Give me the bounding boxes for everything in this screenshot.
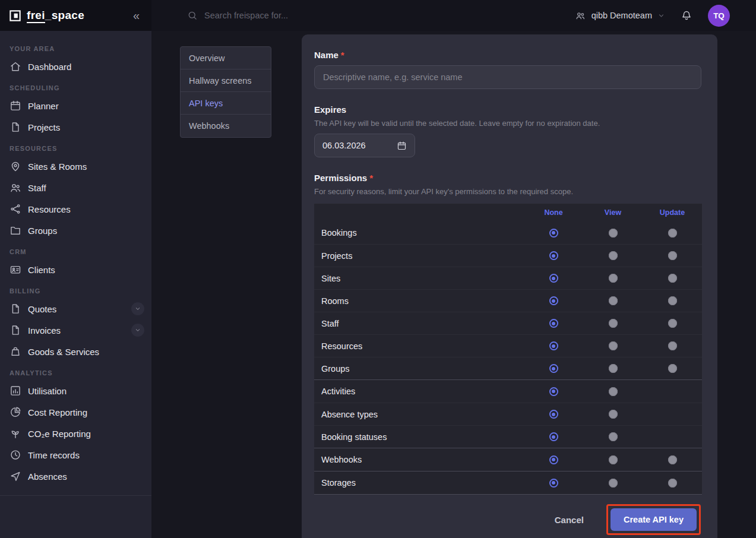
radio-view-projects[interactable]	[609, 251, 618, 260]
sidebar-divider	[0, 495, 151, 496]
permission-cell	[583, 364, 643, 373]
radio-none-webhooks[interactable]	[549, 455, 558, 464]
radio-view-rooms[interactable]	[609, 296, 618, 305]
radio-update-rooms[interactable]	[668, 296, 677, 305]
required-asterisk: *	[369, 173, 373, 183]
radio-none-resources[interactable]	[549, 341, 558, 350]
sidebar-item-resources[interactable]: Resources	[0, 198, 151, 220]
arrow-icon	[10, 470, 21, 482]
name-label: Name*	[314, 50, 702, 60]
sidebar-item-label: Quotes	[28, 304, 125, 314]
radio-update-projects[interactable]	[668, 251, 677, 260]
permission-cell	[643, 479, 702, 488]
radio-none-groups[interactable]	[549, 364, 558, 373]
permissions-column-update: Update	[643, 208, 702, 217]
sidebar-item-quotes[interactable]: Quotes	[0, 298, 151, 319]
home-icon	[10, 61, 21, 72]
radio-view-webhooks[interactable]	[609, 455, 618, 464]
sidebar-item-clients[interactable]: Clients	[0, 259, 151, 280]
sidebar-item-goods-services[interactable]: Goods & Services	[0, 341, 151, 362]
chevron-down-icon[interactable]	[131, 324, 144, 337]
submenu-item-hallway-screens[interactable]: Hallway screens	[181, 69, 271, 92]
team-switcher[interactable]: qibb Demoteam	[575, 10, 665, 21]
sidebar-item-dashboard[interactable]: Dashboard	[0, 56, 151, 77]
required-asterisk: *	[341, 50, 344, 60]
expires-date-input[interactable]: 06.03.2026	[314, 134, 415, 157]
submenu-item-api-keys[interactable]: API keys	[181, 92, 271, 115]
radio-update-storages[interactable]	[668, 479, 677, 488]
brand[interactable]: frei_space	[8, 9, 84, 23]
sidebar-item-label: Invoices	[28, 325, 125, 336]
sidebar-section-label: RESOURCES	[0, 138, 151, 156]
avatar[interactable]: TQ	[708, 5, 730, 27]
permission-cell	[583, 341, 643, 350]
radio-none-booking-statuses[interactable]	[549, 432, 558, 441]
expires-help: The API key will be valid until the sele…	[314, 119, 702, 128]
radio-view-booking-statuses[interactable]	[609, 432, 618, 441]
radio-none-rooms[interactable]	[549, 296, 558, 305]
radio-none-activities[interactable]	[549, 387, 558, 396]
name-input[interactable]	[314, 65, 701, 89]
sidebar-item-planner[interactable]: Planner	[0, 95, 151, 116]
radio-update-staff[interactable]	[668, 319, 677, 328]
sidebar-item-utilisation[interactable]: Utilisation	[0, 380, 151, 401]
radio-none-storages[interactable]	[549, 479, 558, 488]
name-label-text: Name	[314, 50, 339, 60]
sidebar-item-staff[interactable]: Staff	[0, 177, 151, 198]
permission-row-label: Groups	[321, 364, 524, 374]
pin-icon	[10, 160, 21, 172]
sidebar-item-label: Projects	[28, 122, 144, 132]
settings-submenu: OverviewHallway screensAPI keysWebhooks	[180, 46, 271, 138]
sidebar-item-absences[interactable]: Absences	[0, 466, 151, 487]
submenu-item-overview[interactable]: Overview	[181, 47, 271, 69]
permission-row-label: Storages	[321, 478, 524, 488]
nodes-icon	[10, 203, 21, 215]
sidebar-item-cost-reporting[interactable]: Cost Reporting	[0, 401, 151, 423]
permission-row-label: Rooms	[321, 296, 524, 306]
radio-update-groups[interactable]	[668, 364, 677, 373]
permissions-column-view: View	[583, 208, 643, 217]
sidebar-item-co-e-reporting[interactable]: CO₂e Reporting	[0, 423, 151, 444]
radio-update-sites[interactable]	[668, 274, 677, 283]
radio-view-staff[interactable]	[609, 319, 618, 328]
sidebar-item-label: CO₂e Reporting	[28, 429, 144, 439]
radio-view-sites[interactable]	[609, 274, 618, 283]
create-api-key-button[interactable]: Create API key	[611, 508, 697, 531]
sidebar-item-invoices[interactable]: Invoices	[0, 319, 151, 341]
radio-view-bookings[interactable]	[609, 229, 618, 238]
sidebar-section-label: BILLING	[0, 280, 151, 298]
search-input[interactable]	[204, 11, 394, 20]
radio-view-storages[interactable]	[609, 479, 618, 488]
radio-view-resources[interactable]	[609, 341, 618, 350]
sidebar-item-sites-rooms[interactable]: Sites & Rooms	[0, 156, 151, 177]
sidebar-item-groups[interactable]: Groups	[0, 220, 151, 241]
chevron-down-icon[interactable]	[131, 302, 144, 315]
idcard-icon	[10, 264, 21, 276]
sidebar-item-projects[interactable]: Projects	[0, 116, 151, 138]
radio-view-absence-types[interactable]	[609, 410, 618, 419]
permission-cell	[643, 274, 702, 283]
permission-cell	[643, 364, 702, 373]
radio-update-bookings[interactable]	[668, 229, 677, 238]
submenu-item-webhooks[interactable]: Webhooks	[181, 115, 271, 137]
expires-label: Expires	[314, 105, 702, 115]
sidebar-item-label: Absences	[28, 471, 144, 482]
radio-update-resources[interactable]	[668, 341, 677, 350]
permission-row-bookings: Bookings	[314, 221, 702, 244]
cancel-button[interactable]: Cancel	[555, 515, 584, 525]
radio-none-sites[interactable]	[549, 274, 558, 283]
permission-cell	[524, 229, 583, 238]
permission-cell	[524, 455, 583, 464]
sidebar-collapse-button[interactable]: «	[133, 10, 140, 21]
radio-view-activities[interactable]	[609, 387, 618, 396]
radio-none-projects[interactable]	[549, 251, 558, 260]
radio-none-absence-types[interactable]	[549, 410, 558, 419]
sidebar-item-label: Cost Reporting	[28, 407, 144, 417]
permission-row-projects: Projects	[314, 244, 702, 267]
radio-update-webhooks[interactable]	[668, 455, 677, 464]
radio-none-bookings[interactable]	[549, 229, 558, 238]
notifications-button[interactable]	[681, 10, 692, 21]
radio-view-groups[interactable]	[609, 364, 618, 373]
radio-none-staff[interactable]	[549, 319, 558, 328]
sidebar-item-time-records[interactable]: Time records	[0, 444, 151, 466]
